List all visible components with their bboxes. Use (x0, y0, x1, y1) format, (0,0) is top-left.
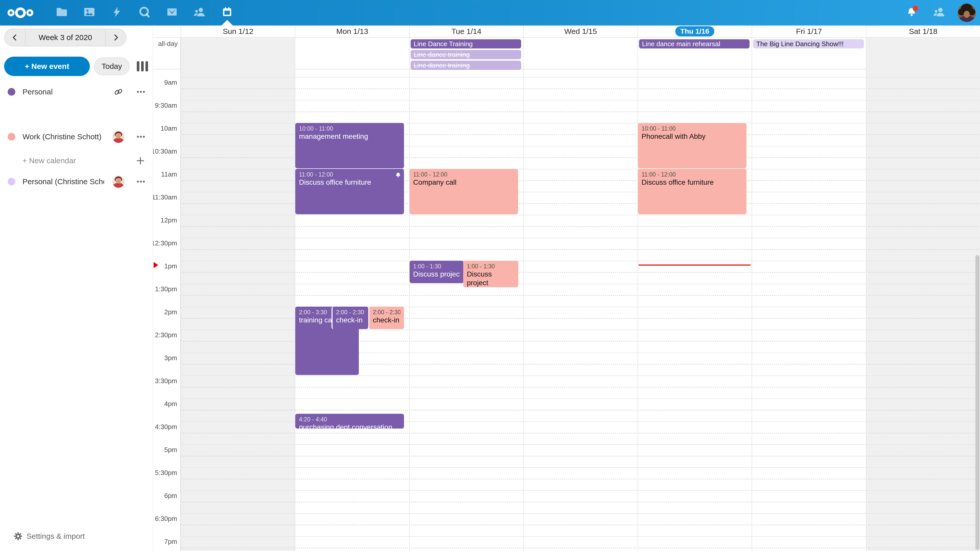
week-view-toggle-button[interactable] (134, 57, 151, 75)
allday-cell (181, 38, 295, 69)
today-button[interactable]: Today (94, 57, 130, 75)
calendar-item-personal-christine-scho[interactable]: Personal (Christine Scho... (0, 170, 153, 193)
files-icon (56, 6, 68, 20)
half-slot-line (181, 548, 980, 548)
time-label: 5:30pm (155, 469, 177, 477)
half-slot-line (181, 478, 980, 480)
notifications-button[interactable] (901, 0, 922, 25)
time-slot (181, 375, 980, 399)
calendar-item-label: Personal (Christine Scho... (22, 177, 104, 186)
reminder-bell-icon (395, 171, 401, 178)
time-label: 12pm (161, 216, 177, 224)
today-header-pill: Thu 1/16 (675, 26, 714, 37)
notification-badge (913, 6, 918, 11)
time-label: 2:30pm (155, 331, 177, 339)
day-header-fri: Fri 1/17 (752, 25, 865, 37)
event-title: management meeting (299, 132, 400, 141)
time-slot (181, 77, 980, 100)
time-slot (181, 215, 980, 238)
photos-icon (83, 6, 95, 20)
event-discuss-office-furniture[interactable]: 11:00 - 12:00Discuss office furniture (295, 169, 404, 214)
calendar-list: PersonalWork (Christine Schott)Personal … (0, 81, 153, 148)
nav-contacts-button[interactable] (186, 0, 213, 25)
event-title: Phonecall with Abby (641, 132, 743, 141)
event-time: 10:00 - 11:00 (641, 125, 743, 132)
calendar-color-dot (8, 133, 15, 141)
chevron-left-icon (11, 33, 19, 41)
allday-cell (523, 38, 637, 69)
contacts-icon (193, 6, 206, 20)
half-slot-line (181, 272, 980, 273)
half-slot-line (181, 295, 980, 296)
event-time: 2:00 - 2:30 (336, 309, 365, 316)
time-label: 11am (161, 170, 177, 178)
column-divider (866, 69, 866, 551)
time-slot (181, 238, 980, 261)
nextcloud-logo[interactable] (4, 0, 37, 25)
calendar-owner-avatar[interactable] (111, 175, 126, 189)
settings-import-button[interactable]: Settings & import (0, 529, 153, 544)
nav-photos-button[interactable] (76, 0, 103, 25)
calendar-menu-button[interactable] (134, 130, 148, 144)
nav-activity-button[interactable] (103, 0, 130, 25)
allday-event-the-big-line-dancing-show[interactable]: The Big Line Dancing Show!!! (753, 39, 864, 48)
calendar-item-label: Work (Christine Schott) (22, 132, 104, 141)
time-label: 9:30am (155, 102, 177, 110)
event-discuss-project-announcement[interactable]: 1:00 - 1:30Discuss project announcement (410, 261, 464, 283)
event-title: check-in (336, 316, 365, 324)
columns-view-icon (136, 60, 149, 73)
new-event-button[interactable]: + New event (4, 57, 90, 76)
event-time: 11:00 - 12:00 (413, 171, 514, 178)
half-slot-line (181, 387, 980, 388)
nav-calendar-button[interactable] (213, 0, 241, 25)
share-link-button[interactable] (111, 85, 126, 99)
column-divider (752, 69, 752, 551)
nav-talk-button[interactable] (130, 0, 158, 25)
allday-event-line-dance-training[interactable]: Line dance training (410, 61, 521, 70)
event-phonecall-with-abby[interactable]: 10:00 - 11:00Phonecall with Abby (638, 123, 746, 168)
event-title: Discuss project announcement (413, 270, 460, 279)
calendar-menu-button[interactable] (134, 175, 148, 189)
time-label: 4pm (164, 400, 177, 408)
calendar-icon (221, 6, 233, 20)
allday-event-line-dance-main-rehearsal[interactable]: Line dance main rehearsal (639, 39, 749, 48)
navbar-right (901, 0, 977, 25)
calendar-item-personal[interactable]: Personal (0, 81, 153, 103)
next-week-button[interactable] (106, 29, 126, 46)
event-check-in[interactable]: 2:00 - 2:30check-in (368, 306, 404, 329)
column-divider (181, 69, 181, 551)
new-calendar-button[interactable]: + New calendar (0, 151, 153, 171)
contacts-icon (933, 6, 945, 20)
calendar-item-work-christine-schott[interactable]: Work (Christine Schott) (0, 125, 153, 148)
event-title: check-in (373, 316, 401, 324)
contacts-menu-button[interactable] (929, 0, 950, 25)
event-purchasing-dept-conversation[interactable]: 4:20 - 4:40purchasing dept conversation (295, 414, 404, 429)
event-time: 4:20 - 4:40 (299, 416, 400, 423)
allday-event-line-dance-training[interactable]: Line Dance Training (410, 39, 521, 48)
time-label: 6:30pm (155, 515, 177, 523)
time-grid: 9am9:30am10am10:30am11am11:30am12pm12:30… (153, 69, 980, 551)
vertical-scrollbar[interactable] (975, 255, 980, 550)
event-check-in[interactable]: 2:00 - 2:30check-in (331, 306, 368, 329)
allday-label: all-day (153, 38, 181, 69)
event-discuss-office-furniture[interactable]: 11:00 - 12:00Discuss office furniture (638, 169, 746, 214)
time-slot (181, 284, 980, 306)
event-discuss-project-announcement[interactable]: 1:00 - 1:30Discuss project announcement (463, 261, 518, 287)
calendar-sidebar: Week 3 of 2020 + New event Today Persona… (0, 25, 153, 551)
week-label[interactable]: Week 3 of 2020 (25, 29, 106, 46)
day-header-sun: Sun 1/12 (181, 25, 295, 37)
event-time: 1:00 - 1:30 (413, 263, 460, 270)
day-header-wed: Wed 1/15 (523, 25, 637, 37)
time-label: 3pm (164, 354, 177, 362)
previous-week-button[interactable] (5, 29, 25, 46)
allday-event-line-dance-training[interactable]: Line dance training (410, 50, 521, 59)
talk-icon (138, 6, 151, 20)
event-company-call[interactable]: 11:00 - 12:00Company call (410, 169, 518, 214)
time-slot (181, 490, 980, 513)
nav-files-button[interactable] (48, 0, 76, 25)
nav-mail-button[interactable] (158, 0, 186, 25)
event-management-meeting[interactable]: 10:00 - 11:00management meeting (295, 123, 404, 168)
user-menu-button[interactable] (956, 0, 977, 25)
calendar-owner-avatar[interactable] (111, 130, 126, 144)
calendar-menu-button[interactable] (134, 85, 148, 99)
